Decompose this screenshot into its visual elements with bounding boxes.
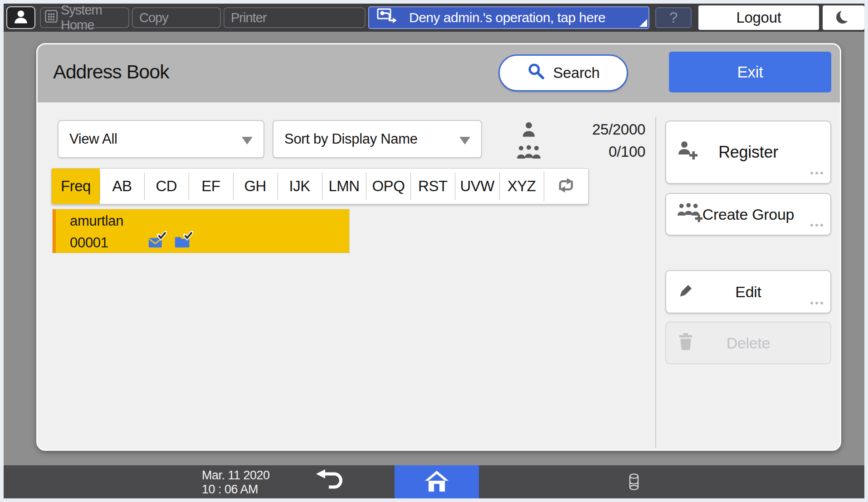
person-add-icon [677,140,699,164]
banner-corner-triangle [639,19,647,27]
alphabet-tab-row: FreqABCDEFGHIJKLMNOPQRSTUVWXYZ [51,168,589,204]
sort-value: Sort by Display Name [284,131,418,147]
group-count: 0/100 [545,143,645,160]
search-button[interactable]: Search [498,54,628,92]
edit-label: Edit [735,283,761,301]
address-book-dialog: Address Book Search Exit View All Sort b… [36,43,841,451]
pencil-icon [677,281,695,303]
view-filter-value: View All [69,131,117,147]
tab-printer-label: Printer [231,10,266,25]
switch-list-icon [556,177,576,196]
alphabet-tab-uvw[interactable]: UVW [455,169,499,204]
contact-detail-row: 00001 [70,231,349,251]
group-icon [513,145,545,159]
delete-label: Delete [727,334,770,352]
home-icon [424,470,449,494]
register-label: Register [718,143,778,162]
device-frame: System Home Copy Printer Deny admin.'s o… [0,0,868,502]
alphabet-tab-ab[interactable]: AB [100,169,144,204]
tab-system-home[interactable]: System Home [40,7,129,28]
alphabet-tab-lmn[interactable]: LMN [322,169,366,204]
help-label: ? [669,9,678,26]
search-label: Search [553,64,600,82]
exit-button[interactable]: Exit [669,52,831,92]
alphabet-tab-ijk[interactable]: IJK [278,169,322,204]
alphabet-tabs: FreqABCDEFGHIJKLMNOPQRSTUVWXYZ [52,169,544,204]
alphabet-tab-opq[interactable]: OPQ [366,169,410,204]
delete-button[interactable]: Delete [665,322,831,364]
banner-label: Deny admin.'s operation, tap here [409,10,605,25]
person-icon [513,122,545,137]
register-button[interactable]: Register [665,121,831,184]
alphabet-tab-ef[interactable]: EF [189,169,233,204]
date-label: Mar. 11 2020 [202,468,270,483]
trash-icon [677,332,694,354]
create-group-label: Create Group [702,206,794,223]
tab-copy-label: Copy [139,10,168,25]
tab-toggle-button[interactable] [544,169,588,204]
email-check-icon [148,231,167,251]
sort-dropdown[interactable]: Sort by Display Name [273,120,482,158]
group-count-row: 0/100 [513,140,645,163]
logout-button[interactable]: Logout [698,5,819,30]
contact-card[interactable]: amurtlan 00001 [52,209,350,253]
date-time: Mar. 11 2020 10 : 06 AM [202,468,270,497]
more-options-dots [808,290,823,308]
entry-count-row: 25/2000 [513,118,645,140]
home-button[interactable] [395,465,479,498]
alphabet-tab-freq[interactable]: Freq [52,169,100,204]
tab-system-home-label: System Home [61,3,128,33]
alphabet-tab-gh[interactable]: GH [233,169,278,204]
group-add-icon [677,203,704,226]
view-filter-dropdown[interactable]: View All [58,120,264,158]
edit-button[interactable]: Edit [665,270,831,314]
logout-label: Logout [736,9,781,26]
chevron-down-icon [459,137,470,145]
entry-count: 25/2000 [545,121,645,138]
person-icon [13,10,29,26]
folder-check-icon [174,231,193,251]
contact-id: 00001 [70,235,148,251]
deny-admin-operation-banner[interactable]: Deny admin.'s operation, tap here [368,6,649,29]
user-account-button[interactable] [6,6,35,29]
bottom-bar: Mar. 11 2020 10 : 06 AM [4,465,864,498]
create-group-button[interactable]: Create Group [665,193,831,236]
help-button[interactable]: ? [655,7,692,28]
page-title: Address Book [53,61,169,83]
app-grid-icon [44,10,58,26]
back-arrow-icon [314,469,349,495]
screen: System Home Copy Printer Deny admin.'s o… [4,4,864,498]
contact-name: amurtlan [70,213,349,229]
capacity-counters: 25/2000 0/100 [513,118,645,163]
moon-icon [834,7,853,28]
magnifier-icon [527,62,545,84]
more-options-dots [808,159,823,179]
tab-printer[interactable]: Printer [224,7,366,28]
back-button[interactable] [307,467,356,497]
alphabet-tab-rst[interactable]: RST [410,169,455,204]
chevron-down-icon [242,137,253,145]
exit-label: Exit [737,63,763,81]
alphabet-tab-xyz[interactable]: XYZ [499,169,544,204]
energy-saver-button[interactable] [823,5,864,30]
time-label: 10 : 06 AM [202,483,270,497]
top-bar: System Home Copy Printer Deny admin.'s o… [4,4,864,32]
more-options-dots [808,212,823,230]
tab-copy[interactable]: Copy [132,7,221,28]
vertical-divider [655,117,656,448]
remote-operation-icon [376,7,398,29]
storage-cylinder-icon [629,473,639,492]
alphabet-tab-cd[interactable]: CD [144,169,189,204]
